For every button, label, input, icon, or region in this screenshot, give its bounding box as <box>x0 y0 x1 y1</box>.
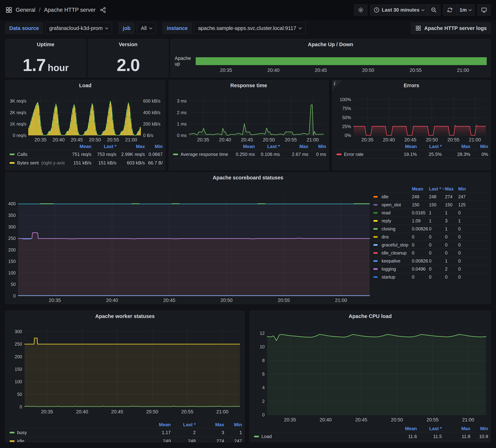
legend-series-dns[interactable]: dns <box>382 234 412 240</box>
series-color-swatch <box>254 436 259 437</box>
legend-series-reply[interactable]: reply <box>382 218 412 224</box>
legend-series-error-rate[interactable]: Error rate <box>337 152 390 157</box>
legend-column-last[interactable]: Last * <box>417 144 442 149</box>
panel-title[interactable]: Response time <box>169 82 329 88</box>
datasource-value: grafanacloud-k3d-prom <box>49 25 103 31</box>
refresh-button[interactable] <box>443 5 456 15</box>
panel-title[interactable]: Apache scoreboard statuses <box>5 175 491 181</box>
legend-column-max[interactable]: Max <box>116 144 145 149</box>
svg-text:20:35: 20:35 <box>49 298 61 303</box>
legend-column-mean[interactable]: Mean <box>390 426 417 432</box>
breadcrumb-section[interactable]: General <box>16 7 35 13</box>
legend-series-idle[interactable]: idle <box>10 438 144 443</box>
apps-grid-icon[interactable] <box>5 6 13 14</box>
legend-column-min[interactable]: Min <box>224 422 242 428</box>
legend-column-max[interactable]: Max <box>442 144 470 149</box>
updown-time-axis: 20:3520:4020:4520:5020:5521:00 <box>196 68 487 75</box>
panel-title[interactable]: Apache Up / Down <box>170 42 491 48</box>
variables-row: Data source grafanacloud-k3d-prom job Al… <box>5 22 491 34</box>
legend-column-last[interactable]: Last * <box>417 426 442 432</box>
legend-series-closing[interactable]: closing <box>382 226 412 231</box>
legend-value-min: 66.7 B/ <box>145 160 163 166</box>
uptime-value: 1.7 hour <box>5 55 86 77</box>
updown-time-tick: 20:35 <box>220 68 232 73</box>
legend-series-idle_cleanup[interactable]: idle_cleanup <box>382 250 412 256</box>
legend-column-min[interactable]: Min <box>145 144 163 149</box>
legend-column-last[interactable]: Last * <box>92 144 116 149</box>
panel-title[interactable]: Apache worker statuses <box>5 313 245 319</box>
apache-logs-link-button[interactable]: Apache HTTP server logs <box>411 23 491 34</box>
legend-column-min[interactable]: Min <box>470 144 488 149</box>
svg-text:20:55: 20:55 <box>426 417 439 422</box>
legend-series-graceful_stop[interactable]: graceful_stop <box>382 242 412 248</box>
panel-title[interactable]: Load <box>5 82 165 88</box>
legend-series-load[interactable]: Load <box>254 434 390 439</box>
updown-series-label[interactable]: Apache up <box>175 56 196 67</box>
legend-column-last[interactable]: Last * <box>255 144 280 149</box>
legend-column-mean[interactable]: Mean <box>228 144 255 149</box>
legend-row: idle_cleanup0000 <box>373 249 487 257</box>
legend-column-min[interactable]: Min <box>308 144 326 149</box>
svg-text:20:40: 20:40 <box>106 298 118 303</box>
legend-value-last: 0.106 ms <box>255 152 280 157</box>
legend-value-last: 0 <box>429 234 445 240</box>
tv-mode-button[interactable] <box>478 5 491 15</box>
legend-row: Bytes sent(right y-axis)151 kB/s151 kB/s… <box>10 159 163 167</box>
legend-value-max: 603 kB/s <box>116 160 145 166</box>
svg-text:100%: 100% <box>340 97 351 102</box>
refresh-interval-picker[interactable]: 1m <box>456 5 474 15</box>
legend-series-busy[interactable]: busy <box>10 430 144 435</box>
legend-series-label: busy <box>17 430 27 435</box>
updown-row: Apache up 20:3520:4020:4520:5020:5521:00 <box>175 57 487 66</box>
legend-column-mean[interactable]: Mean <box>412 186 429 192</box>
legend-series-open_slot[interactable]: open_slot <box>382 202 412 208</box>
legend-column-max[interactable]: Max <box>280 144 308 149</box>
instance-select[interactable]: apache.sample-apps.svc.cluster.local:911… <box>194 22 306 34</box>
settings-button[interactable] <box>354 5 367 15</box>
panel-title[interactable]: Uptime <box>5 42 86 48</box>
legend-column-mean[interactable]: Mean <box>390 144 417 149</box>
zoom-out-button[interactable] <box>427 5 440 15</box>
svg-text:0: 0 <box>13 293 16 298</box>
chevron-down-icon <box>468 8 472 11</box>
uptime-panel: Uptime 1.7 hour <box>5 39 86 77</box>
legend-row: Error rate19.1%25.5%28.3%0% <box>337 150 488 159</box>
legend-series-keepalive[interactable]: keepalive <box>382 258 412 264</box>
legend-value-max: 2 <box>445 266 458 272</box>
svg-text:20:55: 20:55 <box>447 137 459 142</box>
svg-text:20:45: 20:45 <box>404 137 417 142</box>
legend-column-mean[interactable]: Mean <box>65 144 92 149</box>
job-select[interactable]: All <box>137 22 156 34</box>
legend-column-min[interactable]: Min <box>470 426 488 432</box>
legend-series-bytes-sent[interactable]: Bytes sent(right y-axis) <box>10 160 65 166</box>
legend-column-last[interactable]: Last * <box>171 422 196 428</box>
time-range-picker[interactable]: Last 30 minutes <box>370 5 427 15</box>
legend-column-max[interactable]: Max <box>445 186 458 192</box>
legend-column-min[interactable]: Min <box>458 186 468 192</box>
datasource-select[interactable]: grafanacloud-k3d-prom <box>45 22 112 34</box>
legend-value-min: 0 <box>458 258 468 264</box>
legend-swatch-cell <box>373 252 382 254</box>
legend-column-max[interactable]: Max <box>196 422 224 428</box>
legend-column-last[interactable]: Last * <box>429 186 445 192</box>
series-color-swatch <box>373 276 378 278</box>
share-icon[interactable] <box>100 7 106 13</box>
legend-column-mean[interactable]: Mean <box>144 422 171 428</box>
legend-series-idle[interactable]: idle <box>382 194 412 199</box>
panel-title[interactable]: Version <box>88 42 169 48</box>
legend-value-last: 1 <box>429 218 445 224</box>
svg-text:250: 250 <box>8 236 16 241</box>
svg-text:20:35: 20:35 <box>284 417 296 422</box>
legend-series-calls[interactable]: Calls <box>10 152 65 157</box>
legend-column-max[interactable]: Max <box>442 426 470 432</box>
panel-title[interactable]: Apache CPU load <box>250 313 491 319</box>
svg-text:20:40: 20:40 <box>219 137 231 142</box>
legend-series-read[interactable]: read <box>382 210 412 215</box>
legend-series-startup[interactable]: startup <box>382 274 412 280</box>
svg-text:150: 150 <box>8 259 16 264</box>
legend-series-logging[interactable]: logging <box>382 266 412 272</box>
series-color-swatch <box>10 440 15 442</box>
panel-title[interactable]: Errors <box>332 82 491 88</box>
load-chart: 0 req/s1K req/s2K req/s3K req/s0 B/s200 … <box>5 91 165 142</box>
legend-series-average-response-time[interactable]: Average response time <box>173 152 228 157</box>
